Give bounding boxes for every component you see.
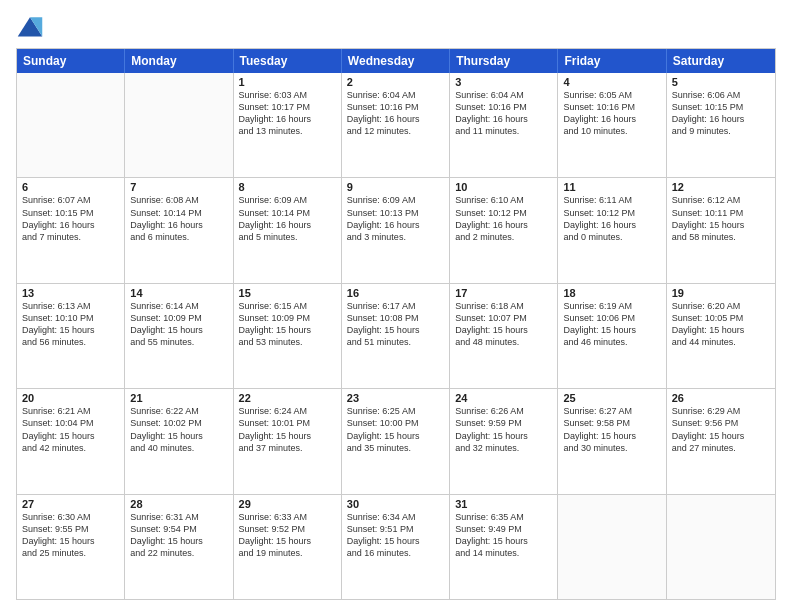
- day-number: 13: [22, 287, 119, 299]
- day-info: Sunrise: 6:34 AM Sunset: 9:51 PM Dayligh…: [347, 511, 444, 560]
- day-info: Sunrise: 6:04 AM Sunset: 10:16 PM Daylig…: [455, 89, 552, 138]
- day-number: 22: [239, 392, 336, 404]
- day-number: 17: [455, 287, 552, 299]
- day-info: Sunrise: 6:30 AM Sunset: 9:55 PM Dayligh…: [22, 511, 119, 560]
- day-number: 10: [455, 181, 552, 193]
- day-number: 28: [130, 498, 227, 510]
- day-cell-29: 29Sunrise: 6:33 AM Sunset: 9:52 PM Dayli…: [234, 495, 342, 599]
- day-cell-13: 13Sunrise: 6:13 AM Sunset: 10:10 PM Dayl…: [17, 284, 125, 388]
- header-day-tuesday: Tuesday: [234, 49, 342, 73]
- calendar-row-2: 6Sunrise: 6:07 AM Sunset: 10:15 PM Dayli…: [17, 178, 775, 283]
- header-day-monday: Monday: [125, 49, 233, 73]
- day-cell-7: 7Sunrise: 6:08 AM Sunset: 10:14 PM Dayli…: [125, 178, 233, 282]
- day-number: 8: [239, 181, 336, 193]
- day-info: Sunrise: 6:33 AM Sunset: 9:52 PM Dayligh…: [239, 511, 336, 560]
- header-day-wednesday: Wednesday: [342, 49, 450, 73]
- header-day-thursday: Thursday: [450, 49, 558, 73]
- day-info: Sunrise: 6:05 AM Sunset: 10:16 PM Daylig…: [563, 89, 660, 138]
- empty-cell: [17, 73, 125, 177]
- day-number: 18: [563, 287, 660, 299]
- day-number: 14: [130, 287, 227, 299]
- day-info: Sunrise: 6:11 AM Sunset: 10:12 PM Daylig…: [563, 194, 660, 243]
- day-cell-31: 31Sunrise: 6:35 AM Sunset: 9:49 PM Dayli…: [450, 495, 558, 599]
- calendar-row-1: 1Sunrise: 6:03 AM Sunset: 10:17 PM Dayli…: [17, 73, 775, 178]
- day-info: Sunrise: 6:10 AM Sunset: 10:12 PM Daylig…: [455, 194, 552, 243]
- day-cell-10: 10Sunrise: 6:10 AM Sunset: 10:12 PM Dayl…: [450, 178, 558, 282]
- day-cell-15: 15Sunrise: 6:15 AM Sunset: 10:09 PM Dayl…: [234, 284, 342, 388]
- day-number: 26: [672, 392, 770, 404]
- day-info: Sunrise: 6:24 AM Sunset: 10:01 PM Daylig…: [239, 405, 336, 454]
- day-info: Sunrise: 6:08 AM Sunset: 10:14 PM Daylig…: [130, 194, 227, 243]
- day-info: Sunrise: 6:13 AM Sunset: 10:10 PM Daylig…: [22, 300, 119, 349]
- header-day-sunday: Sunday: [17, 49, 125, 73]
- day-number: 15: [239, 287, 336, 299]
- calendar-row-5: 27Sunrise: 6:30 AM Sunset: 9:55 PM Dayli…: [17, 495, 775, 599]
- day-number: 27: [22, 498, 119, 510]
- day-info: Sunrise: 6:18 AM Sunset: 10:07 PM Daylig…: [455, 300, 552, 349]
- day-cell-16: 16Sunrise: 6:17 AM Sunset: 10:08 PM Dayl…: [342, 284, 450, 388]
- day-number: 16: [347, 287, 444, 299]
- day-number: 11: [563, 181, 660, 193]
- day-info: Sunrise: 6:17 AM Sunset: 10:08 PM Daylig…: [347, 300, 444, 349]
- day-cell-11: 11Sunrise: 6:11 AM Sunset: 10:12 PM Dayl…: [558, 178, 666, 282]
- day-number: 24: [455, 392, 552, 404]
- day-info: Sunrise: 6:31 AM Sunset: 9:54 PM Dayligh…: [130, 511, 227, 560]
- day-cell-23: 23Sunrise: 6:25 AM Sunset: 10:00 PM Dayl…: [342, 389, 450, 493]
- day-info: Sunrise: 6:27 AM Sunset: 9:58 PM Dayligh…: [563, 405, 660, 454]
- day-cell-24: 24Sunrise: 6:26 AM Sunset: 9:59 PM Dayli…: [450, 389, 558, 493]
- day-number: 19: [672, 287, 770, 299]
- day-info: Sunrise: 6:04 AM Sunset: 10:16 PM Daylig…: [347, 89, 444, 138]
- day-cell-12: 12Sunrise: 6:12 AM Sunset: 10:11 PM Dayl…: [667, 178, 775, 282]
- day-number: 29: [239, 498, 336, 510]
- day-cell-8: 8Sunrise: 6:09 AM Sunset: 10:14 PM Dayli…: [234, 178, 342, 282]
- day-cell-19: 19Sunrise: 6:20 AM Sunset: 10:05 PM Dayl…: [667, 284, 775, 388]
- calendar-row-3: 13Sunrise: 6:13 AM Sunset: 10:10 PM Dayl…: [17, 284, 775, 389]
- day-info: Sunrise: 6:15 AM Sunset: 10:09 PM Daylig…: [239, 300, 336, 349]
- day-cell-2: 2Sunrise: 6:04 AM Sunset: 10:16 PM Dayli…: [342, 73, 450, 177]
- logo: [16, 12, 48, 40]
- day-number: 3: [455, 76, 552, 88]
- day-info: Sunrise: 6:29 AM Sunset: 9:56 PM Dayligh…: [672, 405, 770, 454]
- day-info: Sunrise: 6:21 AM Sunset: 10:04 PM Daylig…: [22, 405, 119, 454]
- empty-cell: [125, 73, 233, 177]
- day-number: 5: [672, 76, 770, 88]
- day-info: Sunrise: 6:26 AM Sunset: 9:59 PM Dayligh…: [455, 405, 552, 454]
- day-info: Sunrise: 6:09 AM Sunset: 10:14 PM Daylig…: [239, 194, 336, 243]
- day-cell-4: 4Sunrise: 6:05 AM Sunset: 10:16 PM Dayli…: [558, 73, 666, 177]
- day-info: Sunrise: 6:19 AM Sunset: 10:06 PM Daylig…: [563, 300, 660, 349]
- day-info: Sunrise: 6:09 AM Sunset: 10:13 PM Daylig…: [347, 194, 444, 243]
- day-info: Sunrise: 6:35 AM Sunset: 9:49 PM Dayligh…: [455, 511, 552, 560]
- day-number: 20: [22, 392, 119, 404]
- day-info: Sunrise: 6:22 AM Sunset: 10:02 PM Daylig…: [130, 405, 227, 454]
- day-number: 25: [563, 392, 660, 404]
- day-info: Sunrise: 6:20 AM Sunset: 10:05 PM Daylig…: [672, 300, 770, 349]
- day-cell-1: 1Sunrise: 6:03 AM Sunset: 10:17 PM Dayli…: [234, 73, 342, 177]
- day-cell-20: 20Sunrise: 6:21 AM Sunset: 10:04 PM Dayl…: [17, 389, 125, 493]
- calendar-body: 1Sunrise: 6:03 AM Sunset: 10:17 PM Dayli…: [17, 73, 775, 599]
- logo-icon: [16, 12, 44, 40]
- day-cell-28: 28Sunrise: 6:31 AM Sunset: 9:54 PM Dayli…: [125, 495, 233, 599]
- day-cell-17: 17Sunrise: 6:18 AM Sunset: 10:07 PM Dayl…: [450, 284, 558, 388]
- day-number: 21: [130, 392, 227, 404]
- day-info: Sunrise: 6:14 AM Sunset: 10:09 PM Daylig…: [130, 300, 227, 349]
- day-cell-3: 3Sunrise: 6:04 AM Sunset: 10:16 PM Dayli…: [450, 73, 558, 177]
- day-number: 6: [22, 181, 119, 193]
- day-number: 1: [239, 76, 336, 88]
- day-number: 30: [347, 498, 444, 510]
- day-cell-21: 21Sunrise: 6:22 AM Sunset: 10:02 PM Dayl…: [125, 389, 233, 493]
- day-info: Sunrise: 6:03 AM Sunset: 10:17 PM Daylig…: [239, 89, 336, 138]
- day-cell-30: 30Sunrise: 6:34 AM Sunset: 9:51 PM Dayli…: [342, 495, 450, 599]
- calendar-header: SundayMondayTuesdayWednesdayThursdayFrid…: [17, 49, 775, 73]
- day-cell-18: 18Sunrise: 6:19 AM Sunset: 10:06 PM Dayl…: [558, 284, 666, 388]
- calendar: SundayMondayTuesdayWednesdayThursdayFrid…: [16, 48, 776, 600]
- day-cell-5: 5Sunrise: 6:06 AM Sunset: 10:15 PM Dayli…: [667, 73, 775, 177]
- day-info: Sunrise: 6:06 AM Sunset: 10:15 PM Daylig…: [672, 89, 770, 138]
- day-cell-14: 14Sunrise: 6:14 AM Sunset: 10:09 PM Dayl…: [125, 284, 233, 388]
- day-number: 23: [347, 392, 444, 404]
- header-day-saturday: Saturday: [667, 49, 775, 73]
- day-number: 2: [347, 76, 444, 88]
- day-cell-6: 6Sunrise: 6:07 AM Sunset: 10:15 PM Dayli…: [17, 178, 125, 282]
- day-cell-22: 22Sunrise: 6:24 AM Sunset: 10:01 PM Dayl…: [234, 389, 342, 493]
- empty-cell: [667, 495, 775, 599]
- day-number: 4: [563, 76, 660, 88]
